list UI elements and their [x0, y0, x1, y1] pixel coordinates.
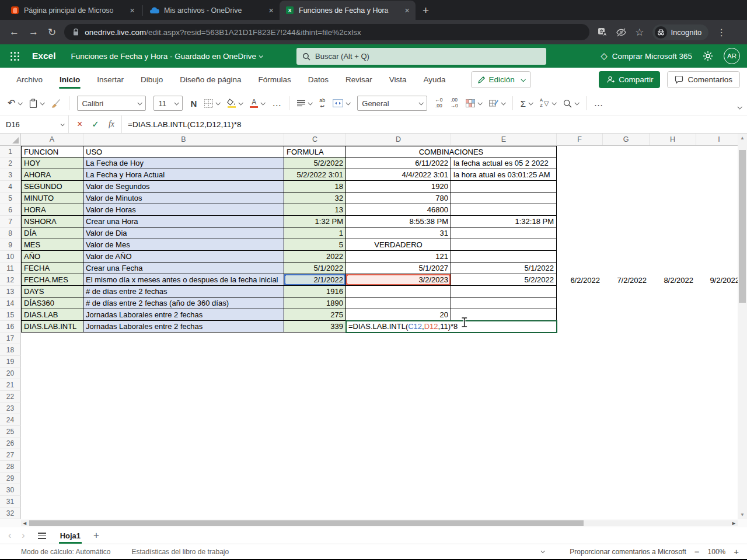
row-header-9[interactable]: 9 — [0, 239, 21, 251]
next-sheet-icon[interactable]: › — [22, 530, 25, 541]
calc-mode-button[interactable]: Modo de cálculo: Automático — [21, 548, 110, 556]
cell-A3[interactable]: AHORA — [21, 169, 83, 181]
zoom-in-button[interactable]: + — [734, 547, 739, 556]
ribbon-tab-f-rmulas[interactable]: Fórmulas — [257, 73, 291, 86]
selection-handle-bl[interactable] — [346, 284, 348, 286]
row-header-29[interactable]: 29 — [0, 473, 21, 484]
sort-filter-button[interactable]: AZ ▽ — [540, 98, 555, 108]
row-header-25[interactable]: 25 — [0, 426, 21, 438]
scroll-up-icon[interactable]: ▲ — [738, 135, 747, 141]
cell-E13[interactable] — [451, 286, 557, 298]
row-header-14[interactable]: 14 — [0, 298, 21, 309]
comments-button[interactable]: Comentarios — [667, 71, 740, 88]
col-header-D[interactable]: D — [346, 134, 451, 145]
cell-C6[interactable]: 13 — [284, 204, 346, 216]
row-header-6[interactable]: 6 — [0, 204, 21, 216]
cell-D11[interactable]: 5/1/2027 — [346, 262, 451, 274]
cell-D15[interactable]: 20 — [346, 309, 451, 321]
cell-H12[interactable]: 8/2/2022 — [650, 274, 696, 286]
cell-E14[interactable] — [451, 298, 557, 309]
row-header-4[interactable]: 4 — [0, 181, 21, 192]
row-header-2[interactable]: 2 — [0, 158, 21, 169]
fill-color-button[interactable] — [227, 99, 242, 108]
row-header-8[interactable]: 8 — [0, 228, 21, 239]
cell-E5[interactable] — [451, 192, 557, 204]
more-font-options-button[interactable]: … — [272, 99, 281, 108]
cell-D7[interactable]: 8:55:38 PM — [346, 216, 451, 228]
col-header-G[interactable]: G — [603, 134, 650, 145]
cell-C5[interactable]: 32 — [284, 192, 346, 204]
col-header-E[interactable]: E — [451, 134, 557, 145]
forward-icon[interactable]: → — [29, 26, 39, 38]
cell-C4[interactable]: 18 — [284, 181, 346, 192]
selection-handle-br[interactable] — [449, 284, 451, 286]
wrap-text-button[interactable]: ab↩ — [319, 97, 325, 110]
row-header-5[interactable]: 5 — [0, 192, 21, 204]
cell-C3[interactable]: 5/2/2022 3:01 — [284, 169, 346, 181]
font-color-button[interactable]: A — [250, 99, 264, 108]
row-header-21[interactable]: 21 — [0, 379, 21, 391]
scroll-right-icon[interactable]: ► — [731, 520, 736, 526]
cell-B10[interactable]: Valor de AÑO — [83, 251, 284, 262]
cell-A16[interactable]: DIAS.LAB.INTL — [21, 321, 83, 332]
font-name-select[interactable]: Calibri — [77, 96, 146, 111]
share-button[interactable]: Compartir — [599, 71, 660, 88]
find-button[interactable] — [563, 99, 578, 108]
settings-gear-icon[interactable] — [703, 51, 713, 61]
merge-center-button[interactable] — [333, 99, 350, 107]
font-size-select[interactable]: 11 — [153, 96, 183, 111]
number-format-select[interactable]: General — [357, 96, 427, 111]
sheet-tab-hoja1[interactable]: Hoja1 — [59, 530, 82, 542]
cell-E3[interactable]: la hora atual es 03:01:25 AM — [451, 169, 557, 181]
cell-E10[interactable] — [451, 251, 557, 262]
cell-D10[interactable]: 121 — [346, 251, 451, 262]
feedback-link[interactable]: Proporcionar comentarios a Microsoft — [570, 548, 686, 556]
vertical-scroll-thumb[interactable] — [739, 150, 746, 303]
decrease-decimal-button[interactable]: ←0.00 — [435, 97, 442, 109]
row-header-3[interactable]: 3 — [0, 169, 21, 181]
ribbon-tab-insertar[interactable]: Insertar — [96, 73, 124, 86]
new-tab-icon[interactable]: + — [423, 4, 429, 17]
cell-A11[interactable]: FECHA — [21, 262, 83, 274]
name-box[interactable]: D16 — [0, 116, 69, 133]
app-name[interactable]: Excel — [32, 51, 56, 61]
address-bar[interactable]: onedrive.live.com/edit.aspx?resid=563B1A… — [64, 24, 589, 40]
cell-D4[interactable]: 1920 — [346, 181, 451, 192]
row-header-22[interactable]: 22 — [0, 391, 21, 402]
horizontal-scrollbar[interactable]: ◄ ► — [0, 519, 747, 527]
cell-B12[interactable]: El mismo día x meses antes o despues de … — [83, 274, 284, 286]
cell-B6[interactable]: Valor de Horas — [83, 204, 284, 216]
cell-F12[interactable]: 6/2/2022 — [557, 274, 603, 286]
col-header-C[interactable]: C — [284, 134, 346, 145]
prev-sheet-icon[interactable]: ‹ — [8, 530, 11, 541]
cell-B9[interactable]: Valor de Mes — [83, 239, 284, 251]
cell-C11[interactable]: 5/1/2022 — [284, 262, 346, 274]
col-header-A[interactable]: A — [21, 134, 83, 145]
cell-E2[interactable]: la fecha actual es 05 2 2022 — [451, 158, 557, 169]
row-header-18[interactable]: 18 — [0, 344, 21, 356]
cell-C8[interactable]: 1 — [284, 228, 346, 239]
cell-C2[interactable]: 5/2/2022 — [284, 158, 346, 169]
scroll-left-icon[interactable]: ◄ — [22, 520, 27, 526]
scroll-down-icon[interactable]: ▼ — [738, 512, 747, 517]
selection-handle-tr[interactable] — [449, 274, 451, 276]
col-header-B[interactable]: B — [83, 134, 284, 145]
select-all-corner[interactable] — [0, 134, 21, 145]
cell-A10[interactable]: AÑO — [21, 251, 83, 262]
reload-icon[interactable]: ↻ — [48, 26, 56, 38]
all-sheets-menu-icon[interactable] — [38, 533, 46, 539]
vertical-scrollbar[interactable]: ▲ ▼ — [738, 134, 747, 519]
cell-C15[interactable]: 275 — [284, 309, 346, 321]
browser-menu-icon[interactable]: ⋮ — [717, 27, 726, 38]
cell-G12[interactable]: 7/2/2022 — [603, 274, 650, 286]
row-header-31[interactable]: 31 — [0, 496, 21, 508]
row-header-17[interactable]: 17 — [0, 332, 21, 344]
cell-A5[interactable]: MINUTO — [21, 192, 83, 204]
cell-B8[interactable]: Valor de Dia — [83, 228, 284, 239]
zoom-level[interactable]: 100% — [708, 548, 726, 556]
ribbon-tab-ayuda[interactable]: Ayuda — [423, 73, 446, 86]
cell-C12[interactable]: 2/1/2022 — [284, 274, 346, 286]
search-input[interactable]: Buscar (Alt + Q) — [296, 48, 546, 65]
workbook-stats-button[interactable]: Estadísticas del libro de trabajo — [131, 548, 229, 556]
status-chevron-icon[interactable] — [541, 549, 545, 553]
